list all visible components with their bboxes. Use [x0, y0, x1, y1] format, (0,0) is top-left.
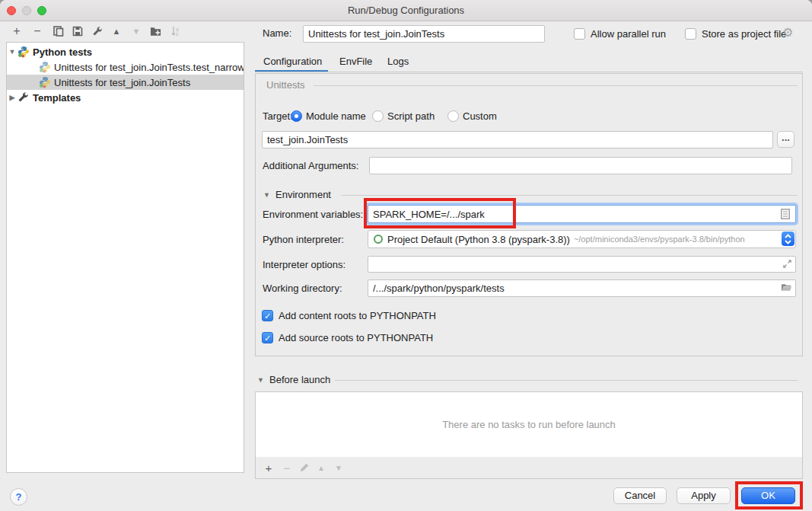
- tree-item-label: Unittests for test_join.JoinTests: [54, 77, 190, 88]
- templates-wrench-icon: [18, 91, 30, 104]
- add-content-roots-label: Add content roots to PYTHONPATH: [279, 309, 436, 323]
- gear-icon[interactable]: ⚙: [782, 26, 793, 40]
- titlebar: Run/Debug Configurations: [0, 0, 812, 21]
- chevron-up-down-icon: [784, 233, 792, 245]
- before-launch-task-list[interactable]: There are no tasks to run before launch: [255, 391, 803, 458]
- remove-configuration-button[interactable]: −: [30, 24, 45, 39]
- radio-custom[interactable]: [447, 110, 459, 122]
- expand-field-icon[interactable]: [782, 259, 792, 271]
- move-down-button[interactable]: ▼: [129, 24, 144, 39]
- create-folder-button[interactable]: [148, 24, 163, 39]
- edit-templates-button[interactable]: [90, 24, 105, 39]
- tab-logs[interactable]: Logs: [387, 53, 409, 70]
- radio-custom-label: Custom: [463, 110, 497, 123]
- apply-button[interactable]: Apply: [677, 487, 731, 504]
- svg-text:z: z: [176, 31, 179, 37]
- tree-item-python-tests[interactable]: ▼ Python tests: [7, 44, 244, 59]
- radio-script-path-label: Script path: [387, 110, 435, 123]
- check-icon: ✓: [264, 311, 271, 321]
- tab-envfile[interactable]: EnvFile: [339, 53, 372, 70]
- additional-arguments-label: Additional Arguments:: [263, 159, 358, 173]
- edit-variables-icon[interactable]: [781, 209, 790, 222]
- folder-browse-icon[interactable]: [781, 283, 792, 295]
- chevron-right-icon[interactable]: ▶: [7, 94, 18, 101]
- add-task-button[interactable]: +: [261, 460, 276, 475]
- tree-item-unittest-narrow[interactable]: Unittests for test_join.JoinTests.test_n…: [7, 59, 244, 75]
- tree-item-templates[interactable]: ▶ Templates: [7, 90, 244, 105]
- configurations-tree: ▼ Python tests Unittests for test_join.J…: [6, 42, 244, 473]
- remove-task-button[interactable]: −: [279, 460, 295, 475]
- python-interpreter-select[interactable]: Project Default (Python 3.8 (pyspark-3.8…: [368, 230, 796, 248]
- python-interpreter-label: Python interpreter:: [263, 233, 344, 247]
- interpreter-options-label: Interpreter options:: [263, 258, 345, 272]
- edit-task-button[interactable]: [297, 460, 312, 475]
- additional-arguments-input[interactable]: [369, 157, 792, 174]
- save-configuration-button[interactable]: [70, 24, 85, 39]
- tab-configuration[interactable]: Configuration: [263, 53, 322, 70]
- chevron-down-icon[interactable]: ▼: [7, 48, 18, 56]
- add-source-roots-checkbox[interactable]: ✓: [262, 332, 273, 343]
- tree-item-unittest-jointests-selected[interactable]: Unittests for test_join.JoinTests: [7, 75, 244, 90]
- python-test-icon: [39, 76, 51, 88]
- before-launch-toolbar: + − ▲ ▼: [255, 457, 803, 479]
- minimize-window-button[interactable]: [22, 6, 31, 15]
- name-input[interactable]: [303, 25, 545, 43]
- python-test-icon: [39, 61, 51, 73]
- radio-script-path[interactable]: [372, 110, 384, 122]
- sort-configurations-button[interactable]: az: [169, 24, 184, 39]
- check-icon: ✓: [264, 334, 271, 343]
- sort-alpha-icon: az: [171, 26, 182, 37]
- run-debug-configurations-dialog: Run/Debug Configurations + − ▲ ▼ az ▼ Py…: [0, 0, 812, 511]
- group-title: Unittests: [266, 78, 305, 92]
- interpreter-dropdown-stepper[interactable]: [782, 232, 794, 246]
- add-source-roots-label: Add source roots to PYTHONPATH: [279, 331, 433, 345]
- working-directory-input[interactable]: [368, 279, 796, 297]
- store-as-project-file-label: Store as project file: [702, 27, 786, 41]
- radio-module-name[interactable]: [291, 110, 302, 122]
- before-launch-line: [335, 380, 798, 381]
- add-content-roots-checkbox[interactable]: ✓: [262, 310, 273, 321]
- window-title: Run/Debug Configurations: [0, 0, 812, 21]
- help-button[interactable]: ?: [10, 488, 27, 506]
- tabs-divider: [255, 72, 803, 72]
- move-task-down-button[interactable]: ▼: [331, 460, 346, 475]
- wrench-icon: [92, 26, 103, 37]
- name-label: Name:: [263, 27, 291, 40]
- group-title-line: [314, 85, 798, 86]
- conda-env-icon: [374, 235, 383, 244]
- copy-icon: [53, 26, 64, 37]
- environment-header-line: [341, 195, 798, 196]
- allow-parallel-run-checkbox[interactable]: [574, 28, 585, 40]
- before-launch-collapse-icon[interactable]: ▼: [257, 376, 264, 384]
- pencil-icon: [300, 463, 309, 472]
- cancel-button[interactable]: Cancel: [613, 487, 667, 504]
- environment-variables-label: Environment variables:: [263, 208, 363, 222]
- interpreter-options-input[interactable]: [368, 256, 796, 273]
- target-input[interactable]: [262, 131, 773, 149]
- move-up-button[interactable]: ▲: [109, 24, 124, 39]
- interpreter-value: Project Default (Python 3.8 (pyspark-3.8…: [387, 234, 570, 245]
- environment-header: Environment: [275, 188, 331, 202]
- zoom-window-button[interactable]: [37, 6, 46, 15]
- new-folder-icon: [150, 26, 161, 37]
- copy-configuration-button[interactable]: [51, 24, 66, 39]
- store-as-project-file-checkbox[interactable]: [685, 28, 696, 40]
- tree-item-label: Python tests: [33, 46, 92, 58]
- environment-collapse-icon[interactable]: ▼: [263, 191, 270, 199]
- tree-item-label: Templates: [33, 92, 81, 104]
- target-label: Target:: [263, 110, 293, 123]
- ok-button[interactable]: OK: [741, 487, 795, 504]
- close-window-button[interactable]: [7, 6, 16, 15]
- move-task-up-button[interactable]: ▲: [314, 460, 329, 475]
- allow-parallel-run-label: Allow parallel run: [591, 27, 666, 41]
- save-icon: [72, 26, 83, 37]
- browse-button[interactable]: ...: [777, 131, 794, 148]
- python-tests-icon: [18, 46, 30, 58]
- working-directory-label: Working directory:: [263, 282, 342, 295]
- tree-item-label: Unittests for test_join.JoinTests.test_n…: [54, 62, 244, 73]
- interpreter-path: ~/opt/miniconda3/envs/pyspark-3.8/bin/py…: [574, 235, 745, 244]
- empty-tasks-text: There are no tasks to run before launch: [442, 419, 616, 430]
- radio-module-name-label: Module name: [306, 110, 366, 123]
- environment-variables-input[interactable]: [368, 205, 796, 223]
- add-configuration-button[interactable]: +: [9, 24, 24, 39]
